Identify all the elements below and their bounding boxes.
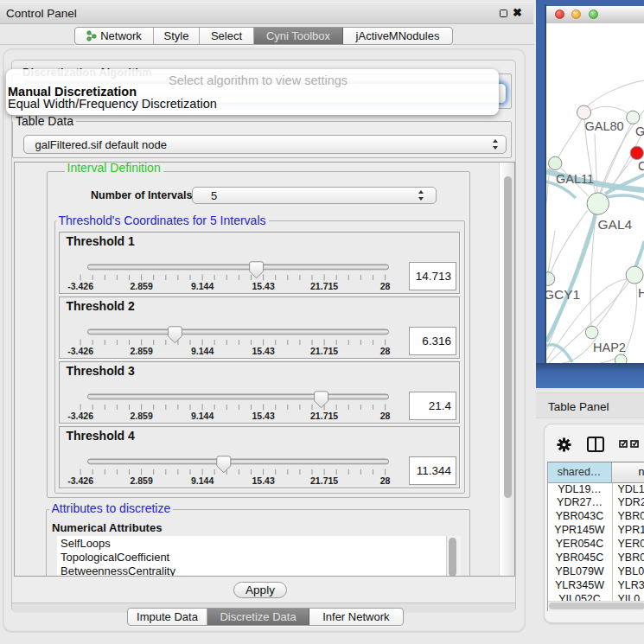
svg-text:28: 28 (379, 410, 390, 420)
svg-text:9.144: 9.144 (190, 280, 213, 290)
svg-text:15.43: 15.43 (252, 410, 274, 420)
svg-text:-3.426: -3.426 (67, 410, 93, 420)
svg-text:21.715: 21.715 (310, 280, 338, 290)
svg-text:H: H (638, 285, 644, 300)
svg-text:28: 28 (379, 280, 390, 290)
svg-text:GCY1: GCY1 (546, 287, 580, 302)
svg-text:-3.426: -3.426 (67, 280, 93, 290)
svg-text:21.715: 21.715 (310, 410, 338, 420)
svg-text:28: 28 (379, 475, 390, 485)
svg-text:GAL11: GAL11 (556, 172, 594, 186)
svg-text:21.715: 21.715 (310, 475, 338, 485)
svg-text:21.715: 21.715 (310, 345, 338, 355)
svg-text:GAL80: GAL80 (584, 119, 623, 133)
svg-text:9.144: 9.144 (190, 475, 213, 485)
svg-text:HAP2: HAP2 (593, 341, 626, 354)
svg-text:-3.426: -3.426 (67, 475, 93, 485)
svg-text:15.43: 15.43 (252, 345, 274, 355)
svg-text:15.43: 15.43 (252, 280, 274, 290)
svg-text:2.859: 2.859 (130, 345, 152, 355)
svg-text:C: C (638, 159, 644, 173)
svg-text:GA: GA (635, 124, 644, 138)
svg-text:2.859: 2.859 (130, 410, 152, 420)
svg-text:28: 28 (379, 345, 390, 355)
svg-text:-3.426: -3.426 (67, 345, 93, 355)
svg-text:GAL4: GAL4 (597, 217, 632, 232)
svg-text:9.144: 9.144 (190, 410, 213, 420)
svg-text:2.859: 2.859 (130, 280, 152, 290)
svg-text:9.144: 9.144 (190, 345, 213, 355)
svg-text:2.859: 2.859 (130, 475, 152, 485)
svg-text:15.43: 15.43 (252, 475, 274, 485)
